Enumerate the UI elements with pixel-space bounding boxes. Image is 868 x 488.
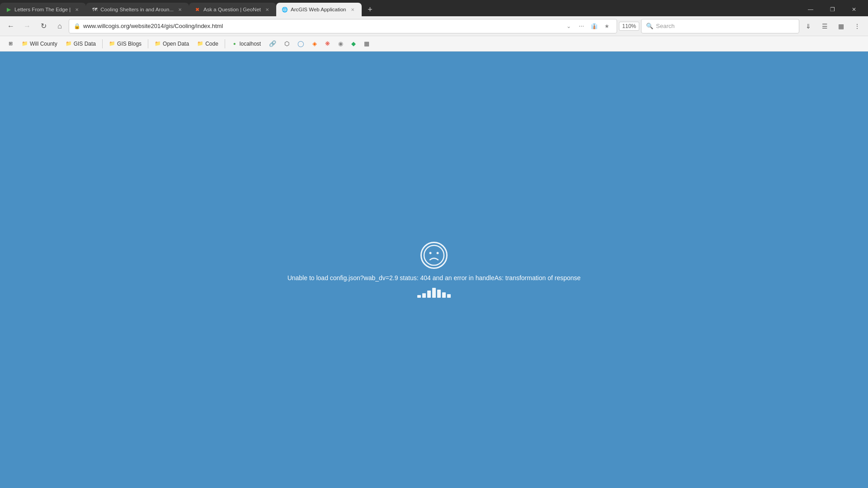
bookmark-separator-2 <box>148 39 148 48</box>
search-placeholder: Search <box>656 23 675 29</box>
bookmark-label-will-county: Will County <box>30 41 57 47</box>
folder-icon-open-data: 📁 <box>155 41 161 47</box>
bookmark-extra-1[interactable]: 🔗 <box>265 39 280 48</box>
bookmark-separator-1 <box>102 39 103 48</box>
collections-button[interactable]: ☰ <box>817 19 832 33</box>
close-button[interactable]: ✕ <box>844 3 864 16</box>
tab-ask-question[interactable]: ✖ Ask a Question | GeoNet ✕ <box>189 3 276 16</box>
bookmark-extra-7[interactable]: ◆ <box>348 39 359 48</box>
extra-icon-1: 🔗 <box>269 40 276 47</box>
bar-1 <box>417 295 421 298</box>
folder-icon-gis-blogs: 📁 <box>109 41 115 47</box>
bookmark-will-county[interactable]: 📁 Will County <box>18 39 61 48</box>
tab-close-1[interactable]: ✕ <box>73 6 80 13</box>
extra-icon-7: ◆ <box>351 40 356 47</box>
tab-icon-3: ✖ <box>194 6 201 13</box>
bar-5 <box>437 290 441 298</box>
address-url: www.willcogis.org/website2014/gis/Coolin… <box>83 23 561 29</box>
bookmark-localhost[interactable]: ● localhost <box>228 39 264 48</box>
tab-close-3[interactable]: ✕ <box>264 6 271 13</box>
svg-point-2 <box>436 252 439 254</box>
bookmarks-bar: ⊞ 📁 Will County 📁 GIS Data 📁 GIS Blogs 📁… <box>0 36 868 52</box>
tab-close-4[interactable]: ✕ <box>349 6 356 13</box>
bookmark-open-data[interactable]: 📁 Open Data <box>151 39 193 48</box>
tab-icon-4: 🌐 <box>282 6 288 13</box>
apps-grid-icon: ⊞ <box>7 41 14 47</box>
bookmark-label-gis-data: GIS Data <box>74 41 96 47</box>
tab-label-2: Cooling Shelters in and Aroun... <box>100 7 174 12</box>
search-box[interactable]: 🔍 Search <box>641 19 799 33</box>
bookmark-gis-blogs[interactable]: 📁 GIS Blogs <box>105 39 145 48</box>
folder-icon-will-county: 📁 <box>22 41 28 47</box>
bookmark-label-localhost: localhost <box>240 41 261 47</box>
localhost-icon: ● <box>231 41 238 47</box>
minimize-button[interactable]: — <box>800 3 821 16</box>
tab-label-4: ArcGIS Web Application <box>291 7 346 12</box>
bookmark-extra-2[interactable]: ⬡ <box>281 39 293 48</box>
window-controls: — ❐ ✕ <box>800 3 868 16</box>
title-bar: ▶ Letters From The Edge | ✕ 🗺 Cooling Sh… <box>0 0 868 16</box>
loading-bars <box>417 287 451 298</box>
zoom-level[interactable]: 110% <box>619 22 639 31</box>
bar-6 <box>442 292 446 298</box>
address-actions: ⌄ ⋯ 👔 ★ <box>563 21 612 32</box>
extra-icon-5: ❋ <box>325 40 330 47</box>
extra-icon-6: ◉ <box>338 40 343 47</box>
navigation-bar: ← → ↻ ⌂ 🔒 www.willcogis.org/website2014/… <box>0 16 868 36</box>
bar-4 <box>432 288 436 298</box>
restore-button[interactable]: ❐ <box>822 3 843 16</box>
bookmark-label-code: Code <box>205 41 218 47</box>
back-button[interactable]: ← <box>4 19 18 33</box>
tab-icon-2: 🗺 <box>91 6 98 13</box>
bookmark-extra-3[interactable]: ◯ <box>294 39 308 48</box>
folder-icon-gis-data: 📁 <box>66 41 72 47</box>
forward-button[interactable]: → <box>20 19 34 33</box>
bookmark-code[interactable]: 📁 Code <box>193 39 222 48</box>
tab-arcgis-web-app[interactable]: 🌐 ArcGIS Web Application ✕ <box>276 3 362 16</box>
pocket-button[interactable]: 👔 <box>589 21 599 32</box>
tab-icon-1: ▶ <box>5 6 12 13</box>
add-tab-button[interactable]: + <box>363 3 377 16</box>
svg-point-1 <box>429 252 431 254</box>
refresh-button[interactable]: ↻ <box>36 19 51 33</box>
extra-icon-2: ⬡ <box>284 40 289 47</box>
extra-icon-3: ◯ <box>297 40 304 47</box>
bookmark-extra-5[interactable]: ❋ <box>321 39 334 48</box>
search-icon: 🔍 <box>646 23 653 29</box>
error-container: Unable to load config.json?wab_dv=2.9 st… <box>288 242 581 298</box>
tab-label-3: Ask a Question | GeoNet <box>203 7 261 12</box>
bookmark-extra-8[interactable]: ▦ <box>360 39 373 48</box>
home-button[interactable]: ⌂ <box>52 19 67 33</box>
bookmark-separator-3 <box>225 39 225 48</box>
bookmark-star-button[interactable]: ★ <box>601 21 612 32</box>
tab-label-1: Letters From The Edge | <box>14 7 71 12</box>
bookmark-extra-6[interactable]: ◉ <box>335 39 347 48</box>
menu-button[interactable]: ⋮ <box>850 19 864 33</box>
error-message: Unable to load config.json?wab_dv=2.9 st… <box>288 274 581 282</box>
main-content: Unable to load config.json?wab_dv=2.9 st… <box>0 52 868 488</box>
address-bar[interactable]: 🔒 www.willcogis.org/website2014/gis/Cool… <box>69 19 617 33</box>
bookmark-extra-4[interactable]: ◈ <box>309 39 321 48</box>
bar-3 <box>427 291 431 298</box>
split-screen-button[interactable]: ▦ <box>834 19 848 33</box>
address-more-button[interactable]: ⋯ <box>576 21 587 32</box>
bookmark-label-gis-blogs: GIS Blogs <box>117 41 142 47</box>
address-security-icon: 🔒 <box>74 23 80 29</box>
downloads-button[interactable]: ⇓ <box>801 19 816 33</box>
bookmarks-apps-icon[interactable]: ⊞ <box>4 39 17 48</box>
sad-face-icon <box>420 242 448 269</box>
bar-7 <box>447 294 451 298</box>
extra-icon-4: ◈ <box>312 40 317 47</box>
svg-point-0 <box>424 245 444 265</box>
folder-icon-code: 📁 <box>197 41 203 47</box>
bar-2 <box>422 293 426 298</box>
tab-letters-from-edge[interactable]: ▶ Letters From The Edge | ✕ <box>0 3 86 16</box>
tab-close-2[interactable]: ✕ <box>176 6 184 13</box>
tab-cooling-shelters[interactable]: 🗺 Cooling Shelters in and Aroun... ✕ <box>86 3 189 16</box>
bookmark-label-open-data: Open Data <box>163 41 189 47</box>
extra-icon-8: ▦ <box>364 40 369 47</box>
address-down-chevron[interactable]: ⌄ <box>563 21 574 32</box>
bookmark-gis-data[interactable]: 📁 GIS Data <box>62 39 99 48</box>
